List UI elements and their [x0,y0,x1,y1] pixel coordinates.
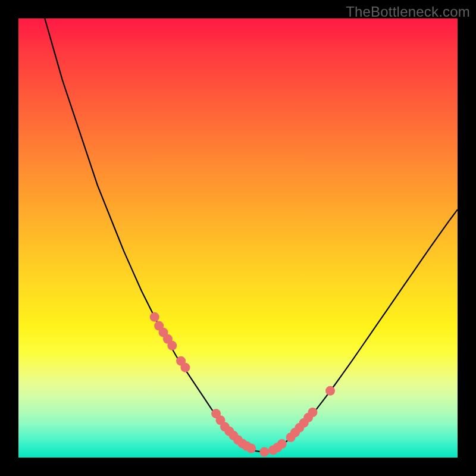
marker-point [277,439,287,449]
highlight-markers [150,312,335,457]
marker-point [308,408,317,417]
marker-point [167,341,177,350]
plot-area [18,18,458,458]
watermark-text: TheBottleneck.com [346,4,470,20]
marker-point [325,386,335,396]
curve-svg [18,18,458,458]
marker-point [246,444,256,453]
bottleneck-curve [45,18,458,452]
chart-frame: TheBottleneck.com [0,0,476,476]
marker-point [259,447,269,456]
marker-point [180,363,190,372]
marker-point [150,312,159,322]
